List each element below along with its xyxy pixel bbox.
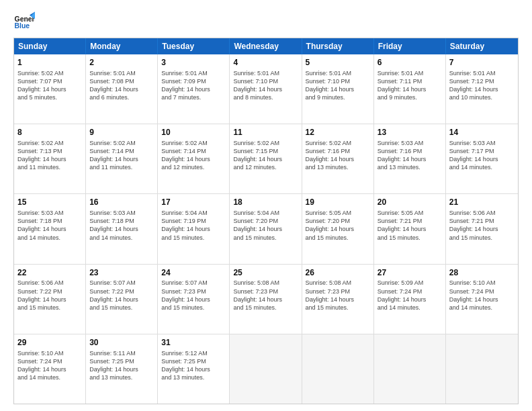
calendar-cell: 27Sunrise: 5:09 AMSunset: 7:24 PMDayligh… [374, 265, 446, 334]
day-number: 15 [17, 197, 82, 208]
day-number: 27 [378, 267, 442, 279]
day-number: 1 [17, 57, 82, 68]
day-number: 11 [233, 127, 298, 138]
calendar: SundayMondayTuesdayWednesdayThursdayFrid… [13, 38, 519, 404]
calendar-cell: 9Sunrise: 5:02 AMSunset: 7:14 PMDaylight… [86, 124, 158, 193]
logo-icon: General Blue [13, 11, 35, 32]
day-number: 26 [306, 267, 370, 279]
calendar-cell: 5Sunrise: 5:01 AMSunset: 7:10 PMDaylight… [302, 54, 374, 124]
calendar-cell [230, 334, 302, 404]
svg-text:Blue: Blue [15, 22, 30, 30]
cell-info: Sunrise: 5:02 AMSunset: 7:07 PMDaylight:… [17, 69, 82, 102]
day-number: 21 [449, 197, 515, 208]
calendar-header: SundayMondayTuesdayWednesdayThursdayFrid… [14, 38, 518, 54]
calendar-row: 15Sunrise: 5:03 AMSunset: 7:18 PMDayligh… [14, 194, 518, 264]
day-number: 24 [161, 267, 226, 279]
header-day-monday: Monday [86, 38, 158, 54]
calendar-cell: 21Sunrise: 5:06 AMSunset: 7:21 PMDayligh… [446, 194, 518, 263]
calendar-cell [374, 334, 446, 404]
calendar-row: 8Sunrise: 5:02 AMSunset: 7:13 PMDaylight… [14, 124, 518, 194]
calendar-cell: 25Sunrise: 5:08 AMSunset: 7:23 PMDayligh… [230, 265, 302, 334]
cell-info: Sunrise: 5:11 AMSunset: 7:25 PMDaylight:… [89, 349, 154, 382]
cell-info: Sunrise: 5:05 AMSunset: 7:21 PMDaylight:… [378, 209, 442, 242]
cell-info: Sunrise: 5:02 AMSunset: 7:14 PMDaylight:… [161, 139, 226, 172]
calendar-cell: 16Sunrise: 5:03 AMSunset: 7:18 PMDayligh… [86, 194, 158, 263]
cell-info: Sunrise: 5:06 AMSunset: 7:21 PMDaylight:… [449, 209, 515, 242]
day-number: 19 [306, 197, 370, 208]
cell-info: Sunrise: 5:10 AMSunset: 7:24 PMDaylight:… [17, 349, 82, 382]
cell-info: Sunrise: 5:07 AMSunset: 7:23 PMDaylight:… [161, 279, 226, 312]
calendar-cell: 19Sunrise: 5:05 AMSunset: 7:20 PMDayligh… [302, 194, 374, 263]
header-day-wednesday: Wednesday [230, 38, 302, 54]
cell-info: Sunrise: 5:08 AMSunset: 7:23 PMDaylight:… [306, 279, 370, 312]
calendar-row: 22Sunrise: 5:06 AMSunset: 7:22 PMDayligh… [14, 265, 518, 334]
calendar-cell: 1Sunrise: 5:02 AMSunset: 7:07 PMDaylight… [14, 54, 86, 124]
calendar-cell: 12Sunrise: 5:02 AMSunset: 7:16 PMDayligh… [302, 124, 374, 193]
calendar-cell: 3Sunrise: 5:01 AMSunset: 7:09 PMDaylight… [158, 54, 230, 124]
cell-info: Sunrise: 5:12 AMSunset: 7:25 PMDaylight:… [161, 349, 226, 382]
calendar-cell: 8Sunrise: 5:02 AMSunset: 7:13 PMDaylight… [14, 124, 86, 193]
day-number: 28 [449, 267, 515, 279]
cell-info: Sunrise: 5:10 AMSunset: 7:24 PMDaylight:… [449, 279, 515, 312]
cell-info: Sunrise: 5:03 AMSunset: 7:18 PMDaylight:… [89, 209, 154, 242]
cell-info: Sunrise: 5:02 AMSunset: 7:16 PMDaylight:… [306, 139, 370, 172]
calendar-cell: 26Sunrise: 5:08 AMSunset: 7:23 PMDayligh… [302, 265, 374, 334]
calendar-cell: 10Sunrise: 5:02 AMSunset: 7:14 PMDayligh… [158, 124, 230, 193]
calendar-cell: 30Sunrise: 5:11 AMSunset: 7:25 PMDayligh… [86, 334, 158, 404]
cell-info: Sunrise: 5:04 AMSunset: 7:20 PMDaylight:… [233, 209, 298, 242]
calendar-cell [446, 334, 518, 404]
day-number: 20 [378, 197, 442, 208]
cell-info: Sunrise: 5:01 AMSunset: 7:11 PMDaylight:… [378, 69, 442, 102]
cell-info: Sunrise: 5:05 AMSunset: 7:20 PMDaylight:… [306, 209, 370, 242]
calendar-cell: 22Sunrise: 5:06 AMSunset: 7:22 PMDayligh… [14, 265, 86, 334]
day-number: 6 [378, 57, 442, 68]
cell-info: Sunrise: 5:03 AMSunset: 7:16 PMDaylight:… [378, 139, 442, 172]
day-number: 3 [161, 57, 226, 68]
calendar-cell: 18Sunrise: 5:04 AMSunset: 7:20 PMDayligh… [230, 194, 302, 263]
calendar-cell: 6Sunrise: 5:01 AMSunset: 7:11 PMDaylight… [374, 54, 446, 124]
calendar-cell: 28Sunrise: 5:10 AMSunset: 7:24 PMDayligh… [446, 265, 518, 334]
header-day-friday: Friday [374, 38, 446, 54]
day-number: 18 [233, 197, 298, 208]
header-day-saturday: Saturday [446, 38, 518, 54]
calendar-cell: 14Sunrise: 5:03 AMSunset: 7:17 PMDayligh… [446, 124, 518, 193]
cell-info: Sunrise: 5:08 AMSunset: 7:23 PMDaylight:… [233, 279, 298, 312]
day-number: 7 [449, 57, 515, 68]
header-day-sunday: Sunday [14, 38, 86, 54]
cell-info: Sunrise: 5:01 AMSunset: 7:10 PMDaylight:… [306, 69, 370, 102]
header: General Blue [13, 11, 519, 32]
cell-info: Sunrise: 5:06 AMSunset: 7:22 PMDaylight:… [17, 279, 82, 312]
calendar-cell: 4Sunrise: 5:01 AMSunset: 7:10 PMDaylight… [230, 54, 302, 124]
day-number: 12 [306, 127, 370, 138]
day-number: 17 [161, 197, 226, 208]
day-number: 8 [17, 127, 82, 138]
day-number: 29 [17, 337, 82, 349]
day-number: 4 [233, 57, 298, 68]
day-number: 22 [17, 267, 82, 279]
cell-info: Sunrise: 5:01 AMSunset: 7:09 PMDaylight:… [161, 69, 226, 102]
calendar-body: 1Sunrise: 5:02 AMSunset: 7:07 PMDaylight… [14, 54, 518, 404]
calendar-cell: 23Sunrise: 5:07 AMSunset: 7:22 PMDayligh… [86, 265, 158, 334]
day-number: 10 [161, 127, 226, 138]
cell-info: Sunrise: 5:04 AMSunset: 7:19 PMDaylight:… [161, 209, 226, 242]
page: General Blue SundayMondayTuesdayWednesda… [0, 0, 532, 411]
cell-info: Sunrise: 5:03 AMSunset: 7:17 PMDaylight:… [449, 139, 515, 172]
calendar-cell: 11Sunrise: 5:02 AMSunset: 7:15 PMDayligh… [230, 124, 302, 193]
day-number: 2 [89, 57, 154, 68]
day-number: 30 [89, 337, 154, 349]
calendar-row: 1Sunrise: 5:02 AMSunset: 7:07 PMDaylight… [14, 54, 518, 124]
day-number: 23 [89, 267, 154, 279]
cell-info: Sunrise: 5:02 AMSunset: 7:15 PMDaylight:… [233, 139, 298, 172]
calendar-row: 29Sunrise: 5:10 AMSunset: 7:24 PMDayligh… [14, 334, 518, 404]
cell-info: Sunrise: 5:01 AMSunset: 7:08 PMDaylight:… [89, 69, 154, 102]
calendar-cell: 2Sunrise: 5:01 AMSunset: 7:08 PMDaylight… [86, 54, 158, 124]
day-number: 9 [89, 127, 154, 138]
calendar-cell: 7Sunrise: 5:01 AMSunset: 7:12 PMDaylight… [446, 54, 518, 124]
day-number: 13 [378, 127, 442, 138]
day-number: 16 [89, 197, 154, 208]
day-number: 5 [306, 57, 370, 68]
cell-info: Sunrise: 5:02 AMSunset: 7:14 PMDaylight:… [89, 139, 154, 172]
day-number: 25 [233, 267, 298, 279]
day-number: 14 [449, 127, 515, 138]
day-number: 31 [161, 337, 226, 349]
